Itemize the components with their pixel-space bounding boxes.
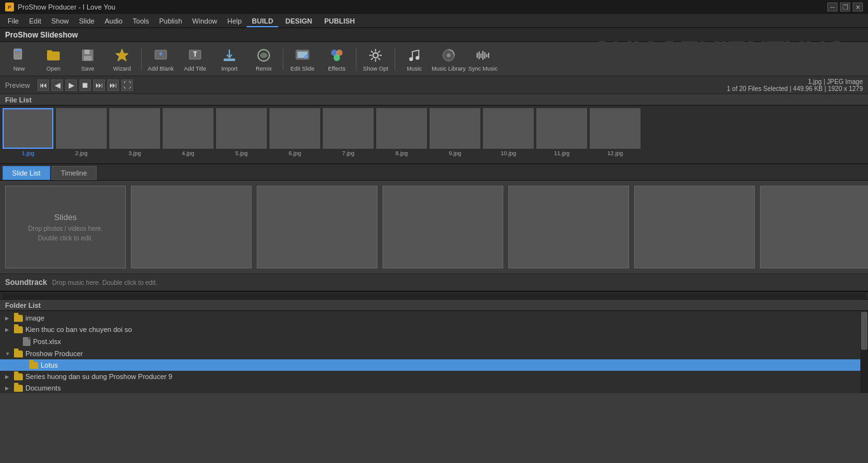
file-label-11.jpg: 11.jpg <box>554 150 570 156</box>
folder-documents[interactable]: ▶ Documents <box>0 382 868 393</box>
file-thumb-10.jpg[interactable]: 10.jpg <box>483 108 534 156</box>
folder-series[interactable]: ▶ Series huong dan su dung Proshow Produ… <box>0 371 868 382</box>
toolbar-open-button[interactable]: Open <box>37 44 70 74</box>
file-list-scroll[interactable]: 1.jpg 2.jpg 3.jpg 4.jpg 5.jpg 6.jpg 7.jp… <box>0 106 868 164</box>
file-img-3.jpg <box>109 108 160 149</box>
mode-publish[interactable]: PUBLISH <box>319 16 360 26</box>
toolbar-wizard-button[interactable]: Wizard <box>105 44 139 74</box>
soundtrack-bar: Soundtrack Drop music here. Double click… <box>0 273 868 291</box>
toolbar-remix-button[interactable]: Remix <box>247 44 280 74</box>
slide-tabs-bar: Slide List Timeline <box>0 164 868 181</box>
slide-7[interactable] <box>760 186 868 268</box>
tab-timeline[interactable]: Timeline <box>51 166 97 180</box>
toolbar-add-title-button[interactable]: T Add Title <box>179 44 212 74</box>
file-thumb-1.jpg[interactable]: 1.jpg <box>3 108 53 156</box>
svg-point-25 <box>447 53 451 57</box>
menu-show[interactable]: Show <box>46 16 74 26</box>
menu-audio[interactable]: Audio <box>100 16 128 26</box>
first-slide-hint: Slides Drop photos / videos here.Double … <box>28 211 102 244</box>
file-thumb-3.jpg[interactable]: 3.jpg <box>109 108 160 156</box>
svg-rect-3 <box>15 53 20 53</box>
mode-build[interactable]: BUILD <box>247 16 278 27</box>
ctrl-play[interactable]: ▶ <box>65 79 77 91</box>
h-scroll-track[interactable] <box>3 293 865 298</box>
close-button[interactable]: ✕ <box>853 3 863 11</box>
file-img-12.jpg <box>590 108 641 149</box>
file-thumb-5.jpg[interactable]: 5.jpg <box>216 108 267 156</box>
ctrl-next[interactable]: ⏭ <box>93 79 105 91</box>
restore-button[interactable]: ❐ <box>840 3 850 11</box>
menu-slide[interactable]: Slide <box>74 16 99 26</box>
menu-file[interactable]: File <box>3 16 24 26</box>
toolbar-import-button[interactable]: Import <box>213 44 246 74</box>
toolbar-sep-2 <box>283 48 283 71</box>
slide-5[interactable] <box>508 186 629 268</box>
file-list-header: File List <box>0 94 868 106</box>
show-opt-icon <box>367 46 384 64</box>
folder-scroll-thumb[interactable] <box>861 312 867 350</box>
expand-arrow-kienthuc: ▶ <box>5 327 11 333</box>
svg-rect-5 <box>47 50 52 52</box>
edit-slide-icon <box>294 46 311 64</box>
folder-list-section: Folder List ▶ image ▶ Kien thuc co ban v… <box>0 299 868 393</box>
file-thumb-6.jpg[interactable]: 6.jpg <box>269 108 320 156</box>
folder-kienthuc[interactable]: ▶ Kien thuc co ban ve chuyen doi so <box>0 324 868 335</box>
music-label: Music <box>407 66 422 72</box>
file-thumb-2.jpg[interactable]: 2.jpg <box>56 108 107 156</box>
file-img-9.jpg <box>430 108 480 149</box>
menu-help[interactable]: Help <box>222 16 247 26</box>
toolbar-show-opt-button[interactable]: Show Opt <box>359 44 392 74</box>
ctrl-skip-fwd[interactable]: ⏭ <box>107 79 119 91</box>
toolbar-sep-1 <box>141 48 142 71</box>
ctrl-skip-back[interactable]: ⏮ <box>37 79 49 91</box>
slide-2[interactable] <box>131 186 252 268</box>
add-blank-icon: + <box>152 46 170 64</box>
folder-list-header: Folder List <box>0 300 868 311</box>
toolbar-edit-slide-button[interactable]: Edit Slide <box>286 44 319 74</box>
toolbar-add-blank-button[interactable]: + Add Blank <box>144 44 177 74</box>
slide-6[interactable] <box>634 186 755 268</box>
svg-marker-9 <box>116 49 128 61</box>
folder-name-lotus: Lotus <box>41 361 58 369</box>
toolbar-new-button[interactable]: New <box>3 44 36 74</box>
folder-image[interactable]: ▶ image <box>0 312 868 324</box>
folder-post[interactable]: ▶ Post.xlsx <box>0 335 868 348</box>
ctrl-prev[interactable]: ◀ <box>51 79 63 91</box>
toolbar-music-button[interactable]: Music <box>398 44 431 74</box>
folder-proshow[interactable]: ▼ Proshow Producer <box>0 348 868 359</box>
menu-publish[interactable]: Publish <box>154 16 187 26</box>
toolbar-save-button[interactable]: Save <box>71 44 104 74</box>
first-slide[interactable]: Slides Drop photos / videos here.Double … <box>5 186 126 268</box>
add-title-label: Add Title <box>184 66 206 72</box>
menu-window[interactable]: Window <box>187 16 222 26</box>
tab-slide-list[interactable]: Slide List <box>3 166 50 180</box>
folder-name-post: Post.xlsx <box>33 338 61 345</box>
h-scroll[interactable] <box>0 291 868 299</box>
file-thumb-8.jpg[interactable]: 8.jpg <box>376 108 427 156</box>
minimize-button[interactable]: ─ <box>827 3 837 11</box>
folder-name-documents: Documents <box>25 384 61 392</box>
folder-icon-series <box>14 373 23 380</box>
file-thumb-4.jpg[interactable]: 4.jpg <box>163 108 214 156</box>
toolbar-sync-music-button[interactable]: Sync Music <box>466 44 499 74</box>
slide-4[interactable] <box>383 186 503 268</box>
file-thumb-11.jpg[interactable]: 11.jpg <box>536 108 587 156</box>
expand-arrow-documents: ▶ <box>5 385 11 391</box>
expand-arrow-series: ▶ <box>5 374 11 380</box>
toolbar-music-library-button[interactable]: Music Library <box>432 44 465 74</box>
folder-scrollbar[interactable] <box>860 311 868 393</box>
ctrl-fullscreen[interactable]: ⛶ <box>121 79 133 91</box>
mode-design[interactable]: DESIGN <box>280 16 317 26</box>
file-thumb-7.jpg[interactable]: 7.jpg <box>323 108 374 156</box>
file-thumb-12.jpg[interactable]: 12.jpg <box>590 108 641 156</box>
slide-3[interactable] <box>257 186 377 268</box>
edit-slide-label: Edit Slide <box>290 66 315 72</box>
svg-rect-26 <box>477 53 478 58</box>
menu-tools[interactable]: Tools <box>128 16 154 26</box>
folder-lotus[interactable]: ▶ Lotus <box>0 359 868 371</box>
menu-edit[interactable]: Edit <box>24 16 46 26</box>
toolbar-effects-button[interactable]: Effects <box>320 44 353 74</box>
file-thumb-9.jpg[interactable]: 9.jpg <box>430 108 480 156</box>
file-list-label: File List <box>5 96 32 104</box>
ctrl-stop[interactable]: ⏹ <box>79 79 91 91</box>
